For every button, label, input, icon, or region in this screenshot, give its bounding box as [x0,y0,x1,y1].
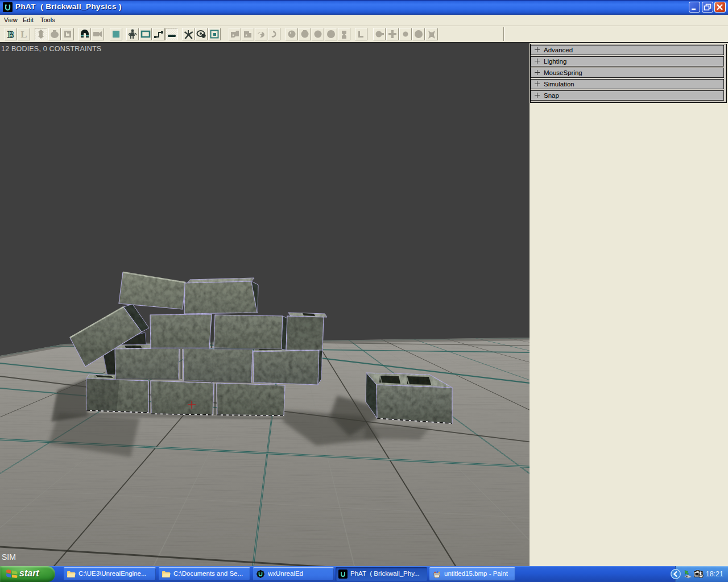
svg-text:L: L [20,29,27,40]
svg-text:B: B [7,29,14,40]
